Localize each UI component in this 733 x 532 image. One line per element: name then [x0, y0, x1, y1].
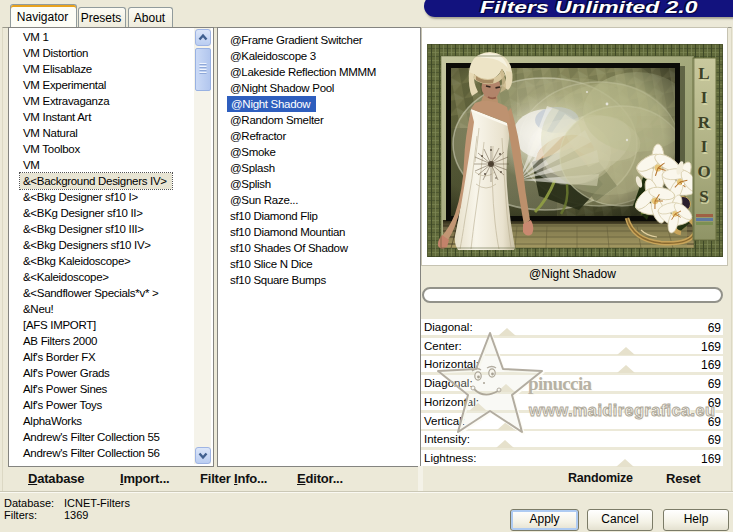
svg-text:www.maidiregrafica.eu: www.maidiregrafica.eu	[528, 401, 715, 419]
svg-text:pinuccia: pinuccia	[528, 373, 593, 394]
svg-text:O: O	[697, 162, 710, 181]
svg-text:I: I	[701, 137, 708, 156]
svg-text:I: I	[701, 88, 708, 107]
svg-text:L: L	[698, 64, 709, 83]
svg-text:S: S	[699, 187, 708, 206]
svg-text:R: R	[698, 113, 711, 132]
